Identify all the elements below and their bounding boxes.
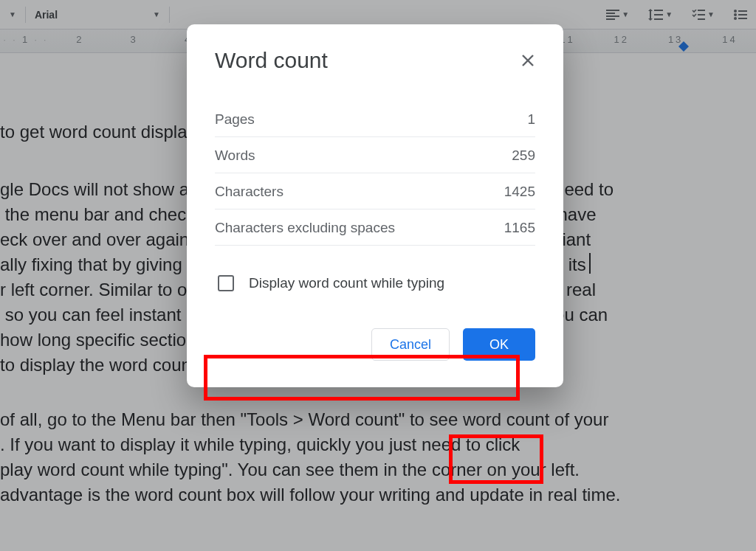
stats-list: Pages 1 Words 259 Characters 1425 Charac… bbox=[215, 101, 535, 246]
close-button[interactable] bbox=[520, 53, 535, 68]
dialog-title: Word count bbox=[215, 48, 328, 73]
word-count-dialog: Word count Pages 1 Words 259 Characters … bbox=[187, 24, 563, 387]
checkbox-label: Display word count while typing bbox=[249, 275, 444, 291]
stat-label: Pages bbox=[215, 111, 255, 128]
stat-label: Characters excluding spaces bbox=[215, 220, 395, 236]
stat-label: Words bbox=[215, 148, 255, 164]
cancel-button[interactable]: Cancel bbox=[371, 328, 450, 361]
display-while-typing-option[interactable]: Display word count while typing bbox=[215, 271, 535, 296]
stat-value: 259 bbox=[512, 148, 535, 164]
stat-value: 1425 bbox=[504, 184, 535, 200]
stat-row-pages: Pages 1 bbox=[215, 101, 535, 137]
close-icon bbox=[520, 53, 535, 68]
stat-label: Characters bbox=[215, 184, 284, 200]
stat-value: 1165 bbox=[504, 220, 535, 236]
stat-row-characters: Characters 1425 bbox=[215, 173, 535, 209]
stat-row-characters-no-spaces: Characters excluding spaces 1165 bbox=[215, 209, 535, 246]
stat-row-words: Words 259 bbox=[215, 137, 535, 173]
checkbox[interactable] bbox=[218, 275, 234, 291]
ok-button[interactable]: OK bbox=[463, 328, 535, 361]
stat-value: 1 bbox=[527, 111, 535, 128]
